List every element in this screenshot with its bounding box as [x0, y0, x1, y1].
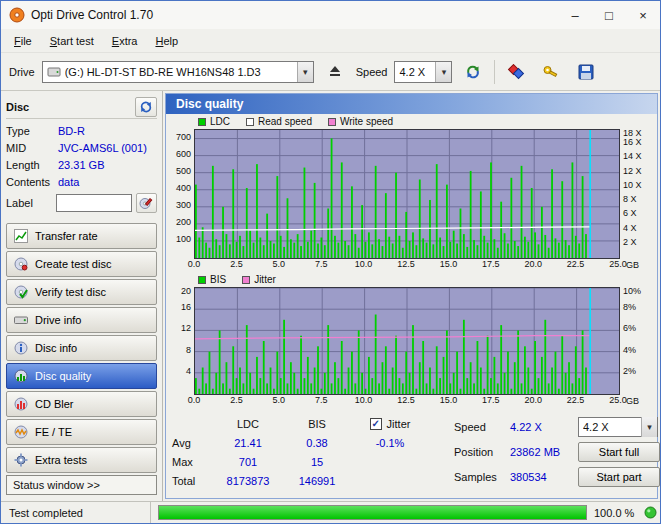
refresh-button[interactable]: [459, 59, 487, 85]
close-button[interactable]: ×: [626, 1, 660, 29]
start-part-button[interactable]: Start part: [578, 467, 660, 487]
sidebar-item-extra-tests[interactable]: Extra tests: [6, 447, 157, 473]
sidebar-item-transfer-rate[interactable]: Transfer rate: [6, 223, 157, 249]
max-row-label: Max: [172, 456, 210, 468]
drive-info-icon: [14, 313, 28, 327]
sidebar-item-disc-info[interactable]: Disc info: [6, 335, 157, 361]
axis-tick: 0.0: [188, 396, 201, 405]
results-panel: LDC BIS ✓ Jitter Avg 21.41 0.38 -0.1% Ma…: [166, 408, 657, 498]
total-bis-value: 146991: [286, 475, 348, 487]
sidebar-item-label: Transfer rate: [35, 230, 98, 242]
axis-tick: 7.5: [315, 260, 328, 269]
test-speed-select[interactable]: 4.2 X ▾: [578, 417, 658, 437]
samples-label: Samples: [454, 471, 506, 483]
extra-tests-icon: [14, 453, 28, 467]
minimize-button[interactable]: –: [558, 1, 592, 29]
maximize-button[interactable]: □: [592, 1, 626, 29]
disc-length-row: Length 23.31 GB: [6, 156, 157, 173]
avg-bis-value: 0.38: [286, 437, 348, 449]
refresh-disc-button[interactable]: [135, 97, 157, 117]
status-bar: Test completed 100.0 %: [1, 501, 660, 523]
jitter-checkbox[interactable]: ✓: [370, 418, 382, 430]
axis-tick: 2.5: [230, 260, 243, 269]
position-value: 23862 MB: [510, 446, 574, 458]
axis-tick: 10.0: [355, 396, 373, 405]
progress-percent: 100.0 %: [594, 507, 640, 519]
sidebar-item-drive-info[interactable]: Drive info: [6, 307, 157, 333]
start-full-button[interactable]: Start full: [578, 442, 660, 462]
axis-tick: 12: [181, 324, 191, 333]
save-button[interactable]: [572, 59, 600, 85]
axis-tick: 22.5: [567, 260, 585, 269]
ldc-chart-svg: [195, 130, 619, 258]
bis-left-axis: 20161284: [166, 287, 194, 393]
axis-tick: 4%: [623, 346, 636, 355]
eject-icon: [329, 66, 341, 77]
axis-tick: 12.5: [397, 260, 415, 269]
chevron-down-icon: ▾: [641, 417, 657, 437]
drive-select[interactable]: (G:) HL-DT-ST BD-RE WH16NS48 1.D3 ▾: [42, 61, 314, 83]
ldc-right-axis: 18 X16 X14 X12 X10 X8 X6 X4 X2 X: [620, 129, 654, 257]
disc-label-input[interactable]: [56, 194, 132, 212]
length-value: 23.31 GB: [58, 159, 104, 171]
disc-section-header: Disc: [6, 95, 157, 119]
sidebar: Disc Type BD-R MID JVC-AMS6L (001) Lengt…: [1, 91, 163, 501]
menu-file[interactable]: File: [5, 31, 41, 51]
sidebar-item-verify-test-disc[interactable]: Verify test disc: [6, 279, 157, 305]
axis-tick: 20: [181, 287, 191, 296]
drive-toolbar: Drive (G:) HL-DT-ST BD-RE WH16NS48 1.D3 …: [1, 53, 660, 91]
axis-tick: 7.5: [315, 396, 328, 405]
sidebar-item-cd-bler[interactable]: CD Bler: [6, 391, 157, 417]
axis-tick: 25.0: [609, 396, 627, 405]
maximize-icon: □: [605, 8, 613, 23]
bis-x-axis-row: 0.02.55.07.510.012.515.017.520.022.525.0…: [166, 395, 657, 408]
register-button[interactable]: [537, 59, 565, 85]
sidebar-item-disc-quality[interactable]: Disc quality: [6, 363, 157, 389]
max-bis-value: 15: [286, 456, 348, 468]
save-icon: [578, 64, 594, 80]
position-label: Position: [454, 446, 506, 458]
total-ldc-value: 8173873: [210, 475, 286, 487]
menu-start-test[interactable]: Start test: [41, 31, 103, 51]
axis-tick: 8 X: [623, 195, 637, 204]
chevron-down-icon: ▾: [435, 62, 451, 82]
disc-mid-row: MID JVC-AMS6L (001): [6, 139, 157, 156]
speed-result-label: Speed: [454, 421, 506, 433]
edit-label-button[interactable]: [136, 193, 157, 213]
create-disc-icon: [14, 257, 28, 271]
disc-type-row: Type BD-R: [6, 122, 157, 139]
gems-button[interactable]: [502, 59, 530, 85]
app-window: Opti Drive Control 1.70 – □ × File Start…: [0, 0, 661, 524]
axis-tick: 600: [176, 150, 191, 159]
bis-legend: BIS Jitter: [166, 272, 657, 287]
axis-tick: 20.0: [524, 396, 542, 405]
speed-select[interactable]: 4.2 X ▾: [394, 61, 452, 83]
total-row-label: Total: [172, 475, 210, 487]
menu-extra[interactable]: Extra: [103, 31, 147, 51]
contents-value[interactable]: data: [58, 176, 79, 188]
samples-value: 380534: [510, 471, 574, 483]
disc-quality-panel: Disc quality LDC Read speed Write speed …: [165, 93, 658, 499]
progress-fill: [159, 506, 586, 519]
ldc-plot: [194, 129, 620, 259]
bis-chart-row: 20161284 10%8%6%4%2%: [166, 287, 657, 395]
eject-button[interactable]: [321, 59, 349, 85]
results-controls: Speed 4.22 X 4.2 X ▾ Position 23862 MB S…: [454, 414, 660, 496]
disc-contents-row: Contents data: [6, 173, 157, 190]
disc-info-icon: [14, 341, 28, 355]
avg-jitter-value: -0.1%: [348, 437, 432, 449]
sidebar-item-create-test-disc[interactable]: Create test disc: [6, 251, 157, 277]
status-text: Test completed: [1, 502, 151, 523]
status-window-button[interactable]: Status window >>: [6, 475, 157, 495]
chevron-down-icon: ▾: [297, 62, 313, 82]
bis-chart-svg: [195, 288, 619, 394]
avg-ldc-value: 21.41: [210, 437, 286, 449]
sidebar-item-fe-te[interactable]: FE / TE: [6, 419, 157, 445]
disc-label-row: Label: [6, 190, 157, 216]
jitter-label: Jitter: [387, 418, 411, 430]
type-label: Type: [6, 125, 58, 137]
bis-x-axis: 0.02.55.07.510.012.515.017.520.022.525.0: [194, 395, 618, 408]
sidebar-item-label: Drive info: [35, 314, 81, 326]
jitter-column-header: ✓ Jitter: [348, 418, 432, 430]
menu-help[interactable]: Help: [146, 31, 187, 51]
